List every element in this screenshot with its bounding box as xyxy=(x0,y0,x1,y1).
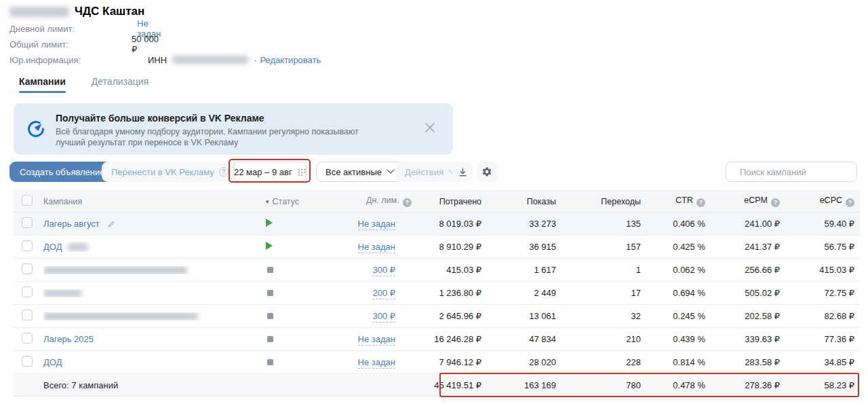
daily-limit-link[interactable]: Не задан xyxy=(358,357,395,369)
daily-limit-label: Дневной лимит: xyxy=(9,24,137,34)
impressions-cell: 36 915 xyxy=(485,242,559,252)
row-checkbox[interactable] xyxy=(22,333,33,344)
campaign-link[interactable]: ДОД xyxy=(43,357,62,367)
close-icon[interactable] xyxy=(423,121,437,134)
tab-campaigns[interactable]: Кампании xyxy=(19,76,66,93)
campaign-link[interactable]: ДОД xyxy=(43,242,62,252)
row-checkbox[interactable] xyxy=(22,263,33,274)
table-body: Лагерь августНе задан8 019.03 ₽33 273135… xyxy=(14,213,860,374)
daily-limit-cell: Не задан xyxy=(338,334,395,344)
totals-spent: 45 419.51 ₽ xyxy=(395,380,485,390)
column-header-limit[interactable]: Дн. лим.? xyxy=(338,196,395,207)
totals-ctr: 0.478 % xyxy=(644,380,709,390)
totals-impressions: 163 169 xyxy=(485,380,559,390)
ecpc-cell: 415.03 ₽ xyxy=(783,265,860,275)
chevron-down-icon xyxy=(387,166,394,174)
row-checkbox[interactable] xyxy=(22,217,33,228)
create-ad-button[interactable]: Создать объявление xyxy=(9,162,115,182)
column-label: Показы xyxy=(527,197,556,206)
table-settings-button[interactable] xyxy=(477,162,497,182)
help-icon[interactable]: ? xyxy=(771,198,780,207)
ctr-cell: 0.406 % xyxy=(644,219,709,229)
spent-cell: 16 246.28 ₽ xyxy=(395,334,485,344)
tab-bar: Кампании Детализация xyxy=(19,76,149,93)
daily-limit-link[interactable]: Не задан xyxy=(358,334,395,346)
transfer-button-label: Перенести в VK Рекламу xyxy=(111,167,214,177)
spent-cell: 415.03 ₽ xyxy=(395,265,485,275)
daily-limit-link[interactable]: 200 ₽ xyxy=(372,288,395,299)
daily-limit-link[interactable]: 300 ₽ xyxy=(372,265,395,276)
account-header: ЧДС Каштан Дневной лимит: Не задан Общий… xyxy=(9,4,144,19)
ctr-cell: 0.425 % xyxy=(644,242,709,252)
campaign-status-cell xyxy=(256,357,338,367)
campaign-name-cell xyxy=(43,266,256,274)
column-label: Кампания xyxy=(43,197,82,206)
row-checkbox[interactable] xyxy=(22,287,33,297)
download-icon xyxy=(458,167,468,177)
help-icon[interactable]: ? xyxy=(696,198,705,207)
column-header-name[interactable]: Кампания xyxy=(43,197,256,206)
status-stop-icon xyxy=(267,290,273,296)
column-header-status[interactable]: ▾Статус xyxy=(256,197,338,206)
campaign-status-cell xyxy=(256,311,338,321)
totals-ecpm: 278.36 ₽ xyxy=(709,380,783,390)
column-header-ctr[interactable]: CTR? xyxy=(644,196,709,207)
totals-label: Всего: 7 кампаний xyxy=(43,380,256,390)
row-checkbox[interactable] xyxy=(22,240,33,251)
export-download-button[interactable] xyxy=(452,162,473,182)
date-range-picker[interactable]: 22 мар – 9 авг xyxy=(233,162,307,182)
banner-text: Всё благодаря умному подбору аудитории. … xyxy=(56,126,359,148)
campaign-link[interactable]: Лагерь август xyxy=(43,219,100,229)
ecpc-cell: 82.68 ₽ xyxy=(783,311,860,321)
clicks-cell: 135 xyxy=(559,219,644,229)
campaign-link[interactable]: Лагерь 2025 xyxy=(43,334,94,344)
column-header-clicks[interactable]: Переходы xyxy=(559,197,644,206)
daily-limit-link[interactable]: Не задан xyxy=(358,242,395,253)
column-header-spent[interactable]: Потрачено xyxy=(395,197,485,206)
row-checkbox[interactable] xyxy=(22,310,33,320)
column-label: Дн. лим. xyxy=(366,196,399,205)
clicks-cell: 157 xyxy=(559,242,644,252)
ctr-cell: 0.814 % xyxy=(644,357,709,367)
edit-legal-link[interactable]: Редактировать xyxy=(260,55,321,65)
clicks-cell: 1 xyxy=(559,265,644,275)
table-row: 300 ₽415.03 ₽1 61710.062 %256.66 ₽415.03… xyxy=(14,259,860,282)
total-limit-label: Общий лимит: xyxy=(9,39,132,50)
redacted-campaign-name xyxy=(43,266,187,274)
impressions-cell: 1 617 xyxy=(485,265,559,275)
ecpc-cell: 56.75 ₽ xyxy=(783,242,860,252)
clicks-cell: 210 xyxy=(559,334,644,344)
help-icon[interactable]: ? xyxy=(846,198,854,207)
table-row: 200 ₽1 236.80 ₽2 449170.694 %505.02 ₽72.… xyxy=(14,282,860,305)
campaign-name-cell: Лагерь август xyxy=(43,219,256,229)
status-play-icon xyxy=(266,242,273,250)
ctr-cell: 0.694 % xyxy=(644,288,709,298)
legal-separator: · xyxy=(254,55,256,65)
gear-icon xyxy=(481,166,492,177)
campaigns-table: Кампания▾СтатусДн. лим.?ПотраченоПоказыП… xyxy=(14,190,860,396)
daily-limit-link[interactable]: Не задан xyxy=(358,219,395,230)
select-all-checkbox[interactable] xyxy=(22,195,33,206)
column-header-ecpc[interactable]: eCPC? xyxy=(783,196,860,207)
impressions-cell: 28 020 xyxy=(485,357,559,367)
column-label: Потрачено xyxy=(439,197,481,206)
clicks-cell: 228 xyxy=(559,357,644,367)
transfer-to-vk-ads-button[interactable]: Перенести в VK Рекламу ? xyxy=(102,162,238,182)
row-checkbox[interactable] xyxy=(22,356,33,367)
daily-limit-link[interactable]: 300 ₽ xyxy=(372,311,395,322)
spent-cell: 7 946.12 ₽ xyxy=(395,357,485,367)
clicks-cell: 32 xyxy=(559,311,644,321)
campaign-name-cell xyxy=(43,289,256,297)
tab-details[interactable]: Детализация xyxy=(92,76,149,93)
column-header-ecpm[interactable]: eCPM? xyxy=(709,196,783,207)
status-play-icon xyxy=(266,219,273,227)
banner-text-line2: лучший результат при переносе в VK Рекла… xyxy=(56,138,238,147)
column-header-imp[interactable]: Показы xyxy=(485,197,559,206)
impressions-cell: 33 273 xyxy=(485,219,559,229)
status-filter-dropdown[interactable]: Все активные xyxy=(316,162,403,182)
redacted-campaign-name xyxy=(43,312,198,320)
search-input[interactable] xyxy=(738,166,861,178)
ctr-cell: 0.439 % xyxy=(644,334,709,344)
header-checkbox-cell xyxy=(14,195,43,208)
pencil-icon[interactable] xyxy=(107,220,115,228)
